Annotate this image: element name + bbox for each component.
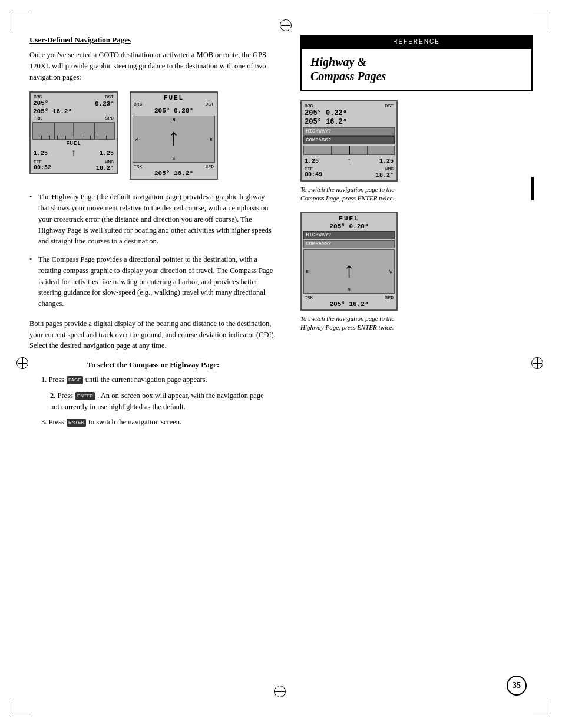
dst-full-value: 205° 16.2ᵃ bbox=[33, 107, 72, 115]
left-column: User-Defined Navigation Pages Once you'v… bbox=[29, 35, 283, 433]
screen2: FUEL 205° 0.20ᵃ HIGHWAY? COMPASS? W E ↑ … bbox=[300, 212, 398, 311]
brg-lbl: BRG bbox=[134, 101, 142, 107]
intro-text: Once you've selected a GOTO destination … bbox=[29, 50, 277, 83]
s1-bl: 1.25 bbox=[305, 158, 319, 164]
s1-wmg-val: 18.2ᵃ bbox=[376, 172, 394, 179]
screen1-container: BRG DST 205° 0.22ᵃ 205° 16.2ᵃ HIGHWAY? C… bbox=[300, 100, 533, 203]
page-key: PAGE bbox=[67, 376, 83, 384]
s2-selection: HIGHWAY? COMPASS? bbox=[303, 231, 395, 248]
br-value: 1.25 bbox=[100, 150, 114, 157]
highway-screen: BRG DST 205° 0.23ᵃ 205° 16.2ᵃ TRK SPD bbox=[29, 91, 118, 174]
brg-value: 205° bbox=[33, 100, 48, 107]
middle-text: Both pages provide a digital display of … bbox=[29, 318, 277, 351]
screen1: BRG DST 205° 0.22ᵃ 205° 16.2ᵃ HIGHWAY? C… bbox=[300, 100, 398, 182]
step-3-text: Press bbox=[49, 418, 67, 426]
highway-compass-box: Highway &Compass Pages bbox=[300, 48, 533, 91]
corner-mark-tr bbox=[533, 12, 550, 29]
s2-brg-val: 205° 0.20ᵃ bbox=[303, 222, 395, 230]
highway-option: HIGHWAY? bbox=[303, 127, 395, 136]
wmg-label: WMG bbox=[105, 159, 114, 164]
bottom-crosshair bbox=[275, 687, 287, 699]
spd-lbl: SPD bbox=[206, 164, 214, 169]
s2-w: E bbox=[306, 269, 309, 274]
compass-screen-left: FUEL BRG DST 205° 0.20ᵃ N S bbox=[130, 91, 218, 180]
step-1-num: 1. bbox=[41, 375, 49, 384]
south-label: S bbox=[173, 156, 176, 161]
s1-arrow: ↑ bbox=[346, 156, 351, 166]
page-number: 35 bbox=[507, 676, 527, 696]
reference-tab: REFERENCE bbox=[300, 35, 533, 48]
enter-key-2: ENTER bbox=[67, 419, 86, 427]
s1-wmg-lbl: WMG bbox=[385, 166, 394, 172]
bullet-item-2: The Compass Page provides a directional … bbox=[29, 254, 277, 309]
s2-trk-spd-val: 205° 16.2ᵃ bbox=[303, 300, 395, 308]
s1-brg-val: 205° 0.22ᵃ bbox=[303, 108, 395, 117]
page: User-Defined Navigation Pages Once you'v… bbox=[0, 0, 562, 728]
arrow-icon: ↑ bbox=[71, 148, 77, 159]
left-crosshair bbox=[18, 358, 29, 370]
step-3-num: 3. bbox=[41, 418, 49, 426]
gps-screens-row: BRG DST 205° 0.23ᵃ 205° 16.2ᵃ TRK SPD bbox=[29, 91, 277, 180]
corner-mark-br bbox=[533, 699, 550, 716]
s2-highway-option: HIGHWAY? bbox=[303, 231, 395, 239]
compass-arrow: ↑ bbox=[167, 127, 181, 151]
caption2: To switch the navigation page to the Hig… bbox=[300, 314, 395, 332]
dst-label: DST bbox=[105, 94, 114, 100]
section-heading: Highway &Compass Pages bbox=[310, 55, 386, 83]
section-title: User-Defined Navigation Pages bbox=[29, 35, 277, 45]
wmg-val: 18.2ᵃ bbox=[96, 164, 114, 172]
dst-lbl: DST bbox=[206, 101, 214, 107]
corner-mark-tl bbox=[12, 12, 29, 29]
s2-compass-option: COMPASS? bbox=[303, 240, 395, 248]
trk-spd-vals: 205° 16.2ᵃ bbox=[133, 169, 215, 177]
s2-e: W bbox=[389, 269, 392, 274]
highway-compass-title: Highway &Compass Pages bbox=[310, 55, 523, 83]
step-1-suffix: until the current navigation page appear… bbox=[85, 375, 207, 384]
fuel-title: FUEL bbox=[133, 94, 215, 101]
bl-value: 1.25 bbox=[34, 150, 48, 157]
screen2-container: FUEL 205° 0.20ᵃ HIGHWAY? COMPASS? W E ↑ … bbox=[300, 212, 533, 332]
dst-value: 0.23ᵃ bbox=[95, 100, 114, 107]
step-3-suffix: to switch the navigation screen. bbox=[88, 418, 181, 426]
steps-list: 1. Press PAGE until the current navigati… bbox=[29, 374, 277, 428]
north-label: N bbox=[173, 117, 176, 123]
s1-ete-lbl: ETE bbox=[305, 166, 313, 172]
compass-option: COMPASS? bbox=[303, 136, 395, 144]
spd-label: SPD bbox=[105, 116, 114, 121]
trk-lbl: TRK bbox=[134, 164, 142, 169]
s1-br: 1.25 bbox=[379, 158, 394, 164]
fuel-display: FUEL BRG DST 205° 0.20ᵃ N S bbox=[130, 91, 218, 180]
step-2-text: Press bbox=[58, 391, 75, 400]
ete-label: ETE bbox=[34, 159, 42, 164]
s2-s: N bbox=[348, 286, 351, 292]
bullet-list: The Highway Page (the default navigation… bbox=[29, 192, 277, 309]
right-crosshair bbox=[533, 358, 544, 370]
step-2: 2. Press ENTER . An on-screen box will a… bbox=[50, 390, 265, 413]
right-column: REFERENCE Highway &Compass Pages BRG DST… bbox=[295, 35, 533, 433]
corner-mark-bl bbox=[12, 699, 29, 716]
west-label: W bbox=[135, 137, 138, 142]
ete-val: 00:52 bbox=[34, 164, 51, 172]
side-bar-right bbox=[531, 177, 534, 200]
enter-key-1: ENTER bbox=[75, 392, 95, 400]
highway-display: BRG DST 205° 0.23ᵃ 205° 16.2ᵃ TRK SPD bbox=[29, 91, 118, 174]
s2-compass-area: W E ↑ N bbox=[303, 249, 395, 294]
bullet-item-1: The Highway Page (the default navigation… bbox=[29, 192, 277, 247]
s2-spd-lbl: SPD bbox=[385, 295, 394, 300]
s2-fuel-label: FUEL bbox=[303, 215, 395, 222]
s1-dst-val: 205° 16.2ᵃ bbox=[303, 117, 395, 126]
s2-trk-lbl: TRK bbox=[305, 295, 313, 300]
instruction-title: To select the Compass or Highway Page: bbox=[29, 360, 277, 370]
s2-arrow: ↑ bbox=[343, 259, 356, 284]
trk-label: TRK bbox=[34, 116, 42, 121]
s1-ete-val: 00:49 bbox=[305, 172, 322, 179]
step-3: 3. Press ENTER to switch the navigation … bbox=[41, 417, 265, 428]
step-1: 1. Press PAGE until the current navigati… bbox=[41, 374, 265, 386]
east-label: E bbox=[210, 137, 213, 142]
step-1-text: Press bbox=[49, 375, 67, 384]
s1-dst-label: DST bbox=[385, 103, 394, 108]
fuel-label: FUEL bbox=[32, 141, 115, 147]
brg-label: BRG bbox=[34, 94, 42, 100]
s1-brg-label: BRG bbox=[305, 103, 313, 108]
caption1: To switch the navigation page to the Com… bbox=[300, 185, 395, 203]
